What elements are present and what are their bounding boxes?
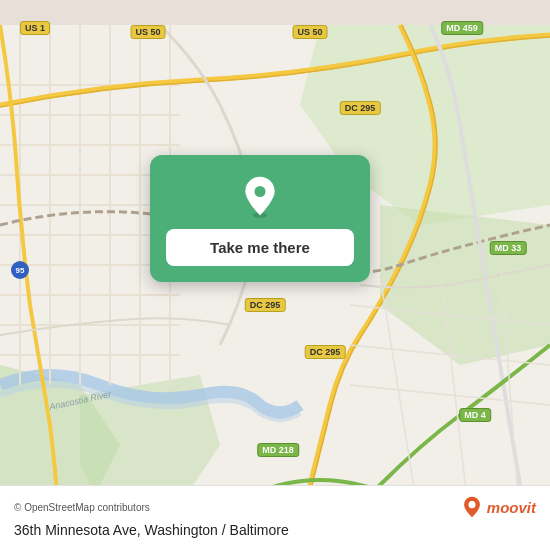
road-badge-md4: MD 4	[459, 408, 491, 422]
road-badge-md218: MD 218	[257, 443, 299, 457]
map-footer: © OpenStreetMap contributors moovit 36th…	[0, 485, 550, 550]
road-badge-i95: 95	[11, 261, 29, 279]
osm-credit: © OpenStreetMap contributors	[14, 502, 150, 513]
road-badge-dc295-top: DC 295	[340, 101, 381, 115]
map-container: Anacostia River US 1 US 50 US 50 MD 459 …	[0, 0, 550, 550]
road-badge-dc295-lower: DC 295	[305, 345, 346, 359]
take-me-there-button[interactable]: Take me there	[166, 229, 354, 266]
location-label: 36th Minnesota Ave, Washington / Baltimo…	[14, 522, 536, 538]
moovit-logo: moovit	[461, 496, 536, 518]
location-card[interactable]: Take me there	[150, 155, 370, 282]
road-badge-dc295-mid: DC 295	[245, 298, 286, 312]
location-pin-icon	[238, 175, 282, 219]
road-badge-us1: US 1	[20, 21, 50, 35]
road-badge-md33: MD 33	[490, 241, 527, 255]
svg-point-29	[255, 186, 266, 197]
road-badge-us50-left: US 50	[130, 25, 165, 39]
moovit-pin-icon	[461, 496, 483, 518]
svg-point-30	[468, 501, 475, 508]
moovit-label: moovit	[487, 499, 536, 516]
road-badge-md459: MD 459	[441, 21, 483, 35]
road-badge-us50-right: US 50	[292, 25, 327, 39]
